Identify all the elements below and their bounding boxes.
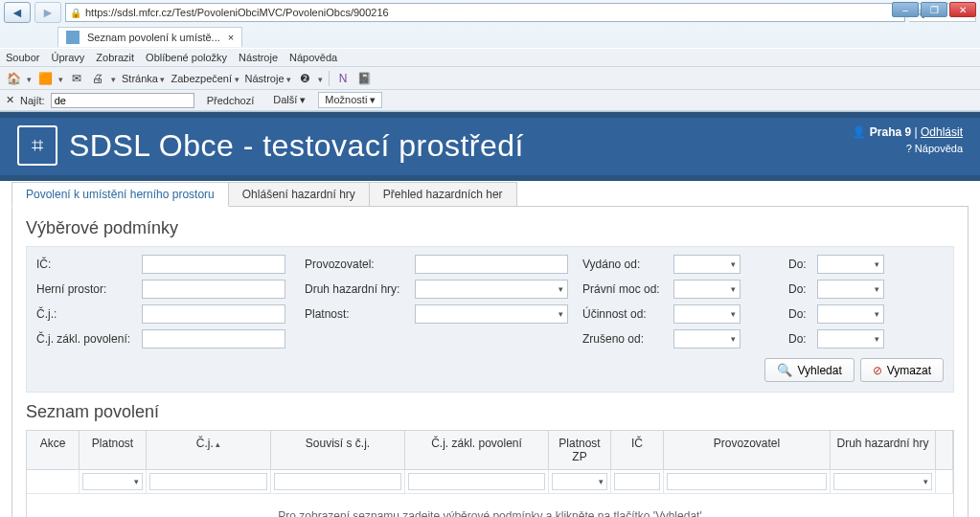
onenote-icon[interactable]: N <box>335 71 351 86</box>
feeds-icon[interactable]: 🟧 <box>37 71 53 86</box>
menu-zobrazit[interactable]: Zobrazit <box>96 52 134 63</box>
mail-icon[interactable]: ✉ <box>69 71 84 86</box>
label-ucinnost-do: Do: <box>788 307 817 321</box>
home-icon[interactable]: 🏠 <box>6 71 21 86</box>
window-maximize-button[interactable]: ❐ <box>921 2 947 17</box>
filter-prov[interactable] <box>667 473 827 490</box>
input-cj[interactable] <box>142 304 285 324</box>
col-prov[interactable]: Provozovatel <box>664 431 831 469</box>
filter-druh[interactable]: ▾ <box>833 473 932 490</box>
filters-title: Výběrové podmínky <box>26 218 954 238</box>
input-cj-zakl[interactable] <box>142 329 285 348</box>
input-pravni-moc-od[interactable]: ▾ <box>673 280 741 299</box>
help-link[interactable]: Nápověda <box>915 143 963 154</box>
col-cj[interactable]: Č.j. <box>147 431 271 469</box>
tools-menu[interactable]: Nástroje <box>245 73 291 84</box>
find-options-button[interactable]: Možnosti ▾ <box>318 92 382 108</box>
filter-platnost[interactable]: ▾ <box>82 473 143 490</box>
print-drop[interactable] <box>111 73 116 84</box>
clear-button-label: Vymazat <box>887 364 931 377</box>
find-bar: ✕ Najít: Předchozí Další ▾ Možnosti ▾ <box>0 90 980 111</box>
find-close-icon[interactable]: ✕ <box>6 94 14 106</box>
tab-close-icon[interactable]: × <box>228 32 234 43</box>
col-zakl[interactable]: Č.j. zákl. povolení <box>405 431 549 469</box>
label-pravni-moc: Právní moc od: <box>582 282 673 296</box>
menu-upravy[interactable]: Úpravy <box>51 52 84 63</box>
col-druh[interactable]: Druh hazardní hry <box>831 431 936 469</box>
security-menu[interactable]: Zabezpečení <box>171 73 239 84</box>
filter-souvisi[interactable] <box>274 473 401 490</box>
search-icon: 🔍 <box>777 363 792 377</box>
browser-chrome: – ❐ ✕ ◄ ► 🔒 https://sdsl.mfcr.cz/Test/Po… <box>0 0 980 112</box>
col-akce[interactable]: Akce <box>27 431 80 469</box>
filter-cj[interactable] <box>149 473 267 490</box>
nav-back-button[interactable]: ◄ <box>4 2 31 23</box>
grid-empty-message: Pro zobrazení seznamu zadejte výběrové p… <box>27 494 953 517</box>
label-herni-prostor: Herní prostor: <box>36 282 142 296</box>
menu-nastroje[interactable]: Nástroje <box>239 52 278 63</box>
address-bar[interactable]: 🔒 https://sdsl.mfcr.cz/Test/PovoleniObci… <box>65 3 905 22</box>
label-pravni-moc-do: Do: <box>788 282 817 296</box>
browser-toolbar: 🏠 🟧 ✉ 🖨 Stránka Zabezpečení Nástroje ❷ N… <box>0 67 980 90</box>
col-souvisi[interactable]: Souvisí s č.j. <box>271 431 405 469</box>
results-grid: Akce Platnost Č.j. Souvisí s č.j. Č.j. z… <box>26 430 954 517</box>
lock-icon: 🔒 <box>70 8 81 18</box>
find-prev-button[interactable]: Předchozí <box>200 93 262 108</box>
tab-prehled[interactable]: Přehled hazardních her <box>370 182 517 207</box>
home-drop[interactable] <box>27 73 32 84</box>
browser-menubar: Soubor Úpravy Zobrazit Oblíbené položky … <box>0 48 980 67</box>
window-minimize-button[interactable]: – <box>892 2 919 17</box>
input-herni-prostor[interactable] <box>142 280 285 299</box>
input-ucinnost-do[interactable]: ▾ <box>817 304 884 324</box>
clear-button[interactable]: ⊘ Vymazat <box>860 358 944 382</box>
menu-soubor[interactable]: Soubor <box>6 52 39 63</box>
clear-icon: ⊘ <box>873 364 882 377</box>
input-platnost[interactable]: ▾ <box>415 304 568 324</box>
label-cj-zakl: Č.j. zákl. povolení: <box>36 332 142 346</box>
tab-ohlaseni[interactable]: Ohlášení hazardní hry <box>229 182 370 207</box>
window-close-button[interactable]: ✕ <box>949 2 976 17</box>
help-drop[interactable] <box>318 73 323 84</box>
tab-povoleni[interactable]: Povolení k umístění herního prostoru <box>11 182 229 207</box>
user-icon: 👤 <box>852 125 866 139</box>
print-icon[interactable]: 🖨 <box>90 71 105 86</box>
input-ic[interactable] <box>142 255 285 274</box>
find-next-button[interactable]: Další ▾ <box>266 92 312 108</box>
app-logo-icon: ⌗ <box>17 125 57 166</box>
list-title: Seznam povolení <box>26 402 954 422</box>
filter-zakl[interactable] <box>408 473 545 490</box>
menu-oblibene[interactable]: Oblíbené položky <box>146 52 227 63</box>
help-q-icon: ? <box>906 143 912 154</box>
find-input[interactable] <box>51 93 194 108</box>
url-text: https://sdsl.mfcr.cz/Test/PovoleniObciMV… <box>85 7 389 18</box>
filter-platzp[interactable]: ▾ <box>552 473 607 490</box>
app-title: SDSL Obce - testovací prostředí <box>69 128 524 164</box>
label-zruseno: Zrušeno od: <box>582 332 673 346</box>
input-zruseno-od[interactable]: ▾ <box>673 329 741 348</box>
input-provozovatel[interactable] <box>415 255 568 274</box>
logout-link[interactable]: Odhlásit <box>921 125 963 139</box>
main-panel: Výběrové podmínky IČ: Provozovatel: Vydá… <box>11 206 969 517</box>
onenote2-icon[interactable]: 📓 <box>356 71 372 86</box>
page-menu[interactable]: Stránka <box>122 73 165 84</box>
col-platnost[interactable]: Platnost <box>80 431 147 469</box>
input-vydano-do[interactable]: ▾ <box>817 255 884 274</box>
col-ic[interactable]: IČ <box>611 431 664 469</box>
search-button[interactable]: 🔍 Vyhledat <box>764 358 854 382</box>
col-platzp[interactable]: Platnost ZP <box>549 431 611 469</box>
main-tabs: Povolení k umístění herního prostoru Ohl… <box>11 181 969 206</box>
filter-ic[interactable] <box>614 473 660 490</box>
input-vydano-od[interactable]: ▾ <box>673 255 741 274</box>
input-zruseno-do[interactable]: ▾ <box>817 329 884 348</box>
find-label: Najít: <box>20 95 45 106</box>
input-druh[interactable]: ▾ <box>415 280 568 299</box>
input-pravni-moc-do[interactable]: ▾ <box>817 280 884 299</box>
label-ic: IČ: <box>36 258 142 271</box>
nav-forward-button[interactable]: ► <box>34 2 61 23</box>
feeds-drop[interactable] <box>58 73 63 84</box>
filter-box: IČ: Provozovatel: Vydáno od: ▾ Do: ▾ <box>26 246 954 393</box>
input-ucinnost-od[interactable]: ▾ <box>673 304 741 324</box>
menu-napoveda[interactable]: Nápověda <box>289 52 337 63</box>
label-vydano-do: Do: <box>788 258 817 271</box>
help-icon[interactable]: ❷ <box>297 71 312 86</box>
